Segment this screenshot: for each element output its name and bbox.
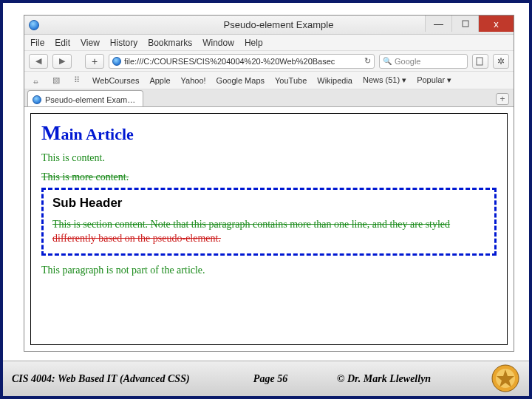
bookmarks-bar: ⏛ ▧ ⠿ WebCourses Apple Yahoo! Google Map… <box>24 72 514 89</box>
new-tab-button[interactable]: + <box>496 93 509 105</box>
menu-bar: File Edit View History Bookmarks Window … <box>24 35 514 51</box>
bookmark-webcourses[interactable]: WebCourses <box>92 76 139 85</box>
titlebar: Pseudo-element Example — x <box>24 16 514 35</box>
tab-favicon <box>33 95 41 104</box>
tab-strip: Pseudo-element Exam… + <box>24 89 514 107</box>
search-bar[interactable]: 🔍 Google <box>379 54 468 69</box>
page-menu-button[interactable] <box>472 54 488 69</box>
bookmark-apple[interactable]: Apple <box>149 76 170 85</box>
bookmark-yahoo[interactable]: Yahoo! <box>181 76 206 85</box>
search-placeholder: Google <box>395 57 420 66</box>
window-controls: — x <box>425 16 514 32</box>
menu-help[interactable]: Help <box>245 38 263 48</box>
section-box: Sub Header This is section content. Note… <box>41 188 497 256</box>
page-icon <box>476 57 485 66</box>
heading-rest: ain Article <box>61 125 133 143</box>
menu-edit[interactable]: Edit <box>55 38 70 48</box>
bookmark-youtube[interactable]: YouTube <box>275 76 307 85</box>
reload-icon[interactable]: ↻ <box>364 56 371 66</box>
section-first-line: This is section content. Note that this … <box>52 219 450 230</box>
sidebar-toggle-icon[interactable]: ⏛ <box>30 76 41 85</box>
tab-label: Pseudo-element Exam… <box>45 95 135 104</box>
first-letter: M <box>41 121 61 144</box>
back-button[interactable] <box>29 54 48 69</box>
paragraph-1: This is content. <box>41 152 497 164</box>
sub-heading: Sub Header <box>52 196 485 211</box>
maximize-icon <box>462 20 469 27</box>
footer-course: CIS 4004: Web Based IT (Advanced CSS) <box>12 373 219 385</box>
site-icon <box>112 57 121 66</box>
page-body: Main Article This is content. This is mo… <box>30 113 508 345</box>
bookmark-popular[interactable]: Popular ▾ <box>417 75 451 85</box>
bookmark-google-maps[interactable]: Google Maps <box>216 76 265 85</box>
url-bar[interactable]: file:///C:/COURSES/CIS%204004%20-%20Web%… <box>109 54 375 69</box>
search-icon: 🔍 <box>383 57 392 65</box>
maximize-button[interactable] <box>451 16 478 32</box>
browser-window: Pseudo-element Example — x File Edit Vie… <box>24 15 514 352</box>
reader-icon[interactable]: ▧ <box>51 75 61 85</box>
tab-active[interactable]: Pseudo-element Exam… <box>27 90 143 106</box>
gear-icon: ✲ <box>497 56 505 66</box>
menu-view[interactable]: View <box>81 38 100 48</box>
article-heading: Main Article <box>41 121 497 145</box>
menu-bookmarks[interactable]: Bookmarks <box>148 38 192 48</box>
slide-footer: CIS 4004: Web Based IT (Advanced CSS) Pa… <box>3 361 529 396</box>
add-button[interactable] <box>85 54 104 69</box>
url-text: file:///C:/COURSES/CIS%204004%20-%20Web%… <box>124 57 361 66</box>
ucf-crest-icon <box>486 362 525 395</box>
svg-rect-0 <box>463 21 468 27</box>
nav-toolbar: file:///C:/COURSES/CIS%204004%20-%20Web%… <box>24 51 514 72</box>
top-sites-icon[interactable]: ⠿ <box>72 75 82 85</box>
settings-button[interactable]: ✲ <box>493 54 509 69</box>
svg-rect-1 <box>477 58 482 65</box>
minimize-button[interactable]: — <box>425 16 451 32</box>
app-icon <box>29 20 39 30</box>
footer-page: Page 56 <box>219 373 322 385</box>
bookmark-news[interactable]: News (51) ▾ <box>363 75 406 85</box>
bookmark-wikipedia[interactable]: Wikipedia <box>317 76 352 85</box>
close-button[interactable]: x <box>478 16 514 32</box>
paragraph-outside: This paragraph is not part of the articl… <box>41 265 497 276</box>
forward-button[interactable] <box>52 54 72 69</box>
menu-history[interactable]: History <box>110 38 137 48</box>
section-paragraph: This is section content. Note that this … <box>52 218 485 246</box>
paragraph-2: This is more content. <box>41 171 497 183</box>
slide-frame: Pseudo-element Example — x File Edit Vie… <box>0 0 532 399</box>
page-viewport: Main Article This is content. This is mo… <box>24 107 514 351</box>
menu-file[interactable]: File <box>30 38 44 48</box>
section-rest-line: differently based on the pseudo-element. <box>52 233 221 244</box>
menu-window[interactable]: Window <box>202 38 234 48</box>
